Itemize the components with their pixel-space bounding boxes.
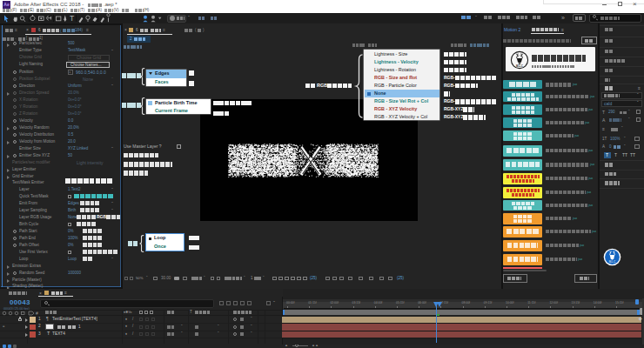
svg-text:M.L.C: M.L.C: [609, 260, 615, 264]
svg-text:#: #: [36, 311, 38, 316]
svg-text:M.L.C: M.L.C: [516, 64, 524, 68]
